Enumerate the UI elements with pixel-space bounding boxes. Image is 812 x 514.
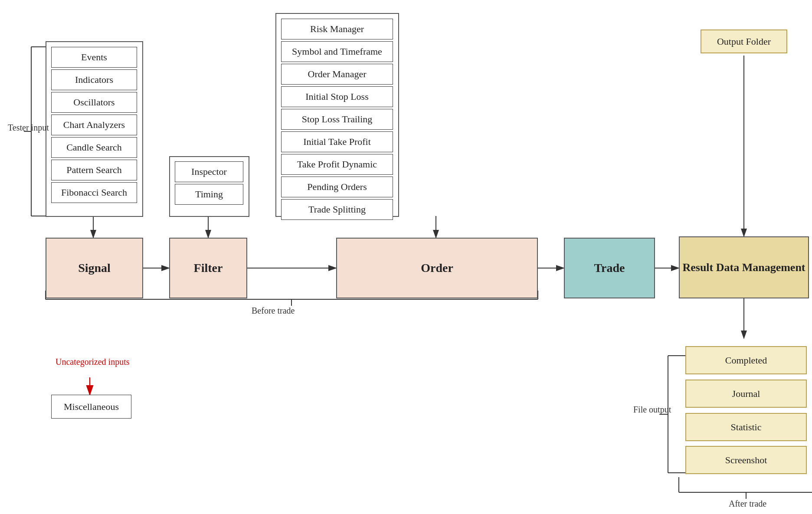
signal-box: Signal bbox=[46, 238, 143, 298]
file-output-label: File output bbox=[633, 403, 671, 416]
completed-box: Completed bbox=[685, 346, 807, 374]
signal-item-fibonacci-search: Fibonacci Search bbox=[51, 182, 137, 203]
trade-box: Trade bbox=[564, 238, 655, 298]
order-item-initial-stop-loss: Initial Stop Loss bbox=[281, 86, 393, 107]
filter-box: Filter bbox=[169, 238, 247, 298]
order-box: Order bbox=[336, 238, 538, 298]
order-item-stop-loss-trailing: Stop Loss Trailing bbox=[281, 109, 393, 130]
order-item-pending-orders: Pending Orders bbox=[281, 177, 393, 197]
uncategorized-label: Uncategorized inputs bbox=[56, 356, 130, 368]
filter-item-inspector: Inspector bbox=[175, 161, 243, 182]
result-data-management-box: Result Data Management bbox=[679, 236, 809, 298]
signal-item-indicators: Indicators bbox=[51, 69, 137, 90]
order-item-order-manager: Order Manager bbox=[281, 64, 393, 85]
signal-item-pattern-search: Pattern Search bbox=[51, 160, 137, 180]
signal-item-events: Events bbox=[51, 47, 137, 68]
order-item-initial-take-profit: Initial Take Profit bbox=[281, 131, 393, 152]
before-trade-label: Before trade bbox=[252, 306, 295, 316]
after-trade-label: After trade bbox=[729, 499, 766, 509]
journal-box: Journal bbox=[685, 380, 807, 408]
order-item-risk-manager: Risk Manager bbox=[281, 19, 393, 39]
output-folder-box: Output Folder bbox=[701, 29, 787, 53]
order-item-take-profit-dynamic: Take Profit Dynamic bbox=[281, 154, 393, 175]
filter-item-timing: Timing bbox=[175, 184, 243, 205]
miscellaneous-box: Miscellaneous bbox=[51, 395, 131, 419]
order-item-symbol-timeframe: Symbol and Timeframe bbox=[281, 41, 393, 62]
signal-item-chart-analyzers: Chart Analyzers bbox=[51, 115, 137, 135]
order-item-trade-splitting: Trade Splitting bbox=[281, 199, 393, 220]
signal-item-candle-search: Candle Search bbox=[51, 137, 137, 158]
screenshot-box: Screenshot bbox=[685, 446, 807, 474]
signal-item-oscillators: Oscillators bbox=[51, 92, 137, 113]
statistic-box: Statistic bbox=[685, 413, 807, 441]
tester-input-label: Tester input bbox=[8, 121, 49, 134]
